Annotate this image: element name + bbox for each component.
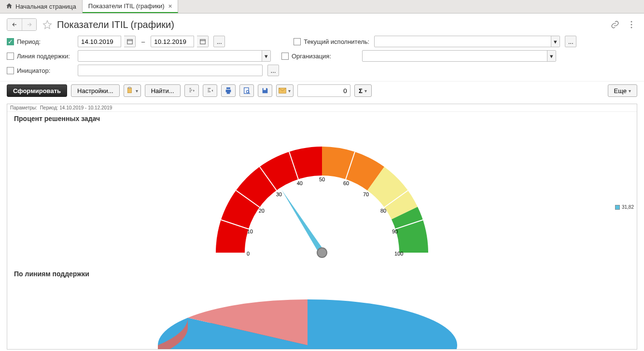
forward-button[interactable] [22, 19, 36, 30]
calendar-to-button[interactable] [197, 36, 209, 47]
tab-home[interactable]: Начальная страница [0, 0, 83, 13]
period-label: Период: [17, 38, 75, 45]
support-line-checkbox[interactable] [7, 53, 14, 60]
support-line-input[interactable] [78, 51, 262, 61]
svg-text:60: 60 [343, 180, 349, 186]
sigma-button[interactable]: Σ [354, 84, 372, 97]
period-checkbox[interactable]: ✓ [7, 38, 14, 45]
save-button[interactable] [258, 84, 272, 97]
chevron-down-icon[interactable]: ▾ [262, 51, 270, 61]
print-button[interactable] [221, 84, 236, 97]
date-to-input[interactable] [151, 36, 194, 47]
page-title: Показатели ITIL (графики) [57, 19, 609, 30]
pie-title: По линиям поддержки [7, 267, 637, 278]
svg-text:10: 10 [247, 229, 253, 234]
tab-report-label: Показатели ITIL (графики) [88, 2, 165, 10]
svg-text:80: 80 [380, 208, 386, 214]
svg-point-2 [631, 27, 632, 28]
org-label: Организация: [292, 53, 359, 60]
support-line-label: Линия поддержки: [17, 53, 75, 60]
find-button[interactable]: Найти... [145, 84, 181, 97]
svg-text:40: 40 [297, 180, 303, 186]
initiator-checkbox[interactable] [7, 67, 14, 74]
svg-rect-8 [128, 87, 130, 89]
initiator-ellipsis-button[interactable]: ... [267, 65, 279, 76]
dash-separator: – [141, 38, 145, 45]
pie-legend: 1-ая линия поддержки [577, 349, 634, 350]
executor-label: Текущий исполнитель: [304, 38, 371, 45]
close-icon[interactable]: × [168, 2, 172, 10]
preview-button[interactable] [239, 84, 254, 97]
date-from-input[interactable] [78, 36, 121, 47]
executor-checkbox[interactable] [294, 38, 301, 45]
gauge-chart: 0 10 20 30 40 50 60 70 80 90 100 31,82 [7, 127, 637, 262]
home-icon [6, 2, 13, 11]
link-icon[interactable] [609, 19, 621, 30]
gauge-title: Процент решенных задач [7, 112, 637, 122]
tab-bar: Начальная страница Показатели ITIL (граф… [0, 0, 644, 14]
initiator-label: Инициатор: [17, 67, 75, 74]
more-button[interactable]: Еще [608, 84, 637, 97]
tab-report[interactable]: Показатели ITIL (графики) × [83, 0, 179, 13]
support-line-combo[interactable]: ▾ [78, 50, 271, 62]
mail-button[interactable] [276, 84, 294, 97]
svg-text:20: 20 [259, 208, 265, 214]
expand-button[interactable] [184, 84, 199, 97]
org-combo[interactable]: ▾ [362, 50, 556, 62]
svg-text:90: 90 [392, 229, 398, 234]
svg-point-1 [631, 24, 632, 26]
period-ellipsis-button[interactable]: ... [213, 36, 225, 47]
pie-chart: 1-ая линия поддержки [7, 278, 637, 350]
svg-rect-3 [127, 40, 132, 44]
svg-point-31 [317, 248, 327, 257]
more-menu-icon[interactable] [626, 19, 637, 30]
calendar-from-button[interactable] [124, 36, 136, 47]
filters-panel: ✓ Период: – ... Текущий исполнитель: ▾ .… [0, 34, 644, 81]
svg-text:50: 50 [319, 176, 325, 182]
svg-text:100: 100 [394, 251, 403, 256]
paste-button[interactable] [124, 84, 141, 97]
gauge-legend: 31,82 [615, 204, 634, 210]
svg-text:70: 70 [363, 191, 369, 197]
collapse-button[interactable] [203, 84, 217, 97]
chevron-down-icon[interactable]: ▾ [547, 51, 556, 61]
nav-buttons [7, 18, 37, 31]
page-header: Показатели ITIL (графики) [0, 14, 644, 34]
executor-input[interactable] [375, 36, 551, 47]
svg-text:0: 0 [247, 251, 250, 256]
sum-input[interactable] [297, 84, 350, 97]
executor-ellipsis-button[interactable]: ... [565, 36, 576, 47]
report-params: Параметры: Период: 14.10.2019 - 10.12.20… [7, 104, 637, 112]
org-input[interactable] [363, 51, 547, 61]
svg-rect-5 [200, 40, 205, 44]
back-button[interactable] [7, 19, 22, 30]
org-checkbox[interactable] [281, 53, 289, 60]
toolbar: Сформировать Настройки... Найти... Σ Еще [0, 81, 644, 100]
svg-point-0 [631, 21, 632, 23]
tab-home-label: Начальная страница [15, 3, 76, 10]
report-area: Параметры: Период: 14.10.2019 - 10.12.20… [7, 104, 637, 350]
favorite-button[interactable] [42, 19, 53, 30]
legend-square-icon [615, 205, 620, 210]
initiator-input[interactable] [78, 65, 262, 76]
generate-button[interactable]: Сформировать [7, 84, 67, 97]
settings-button[interactable]: Настройки... [71, 84, 120, 97]
chevron-down-icon[interactable]: ▾ [551, 36, 560, 47]
initiator-combo[interactable] [78, 65, 263, 76]
svg-text:30: 30 [276, 191, 282, 197]
executor-combo[interactable]: ▾ [374, 36, 560, 47]
